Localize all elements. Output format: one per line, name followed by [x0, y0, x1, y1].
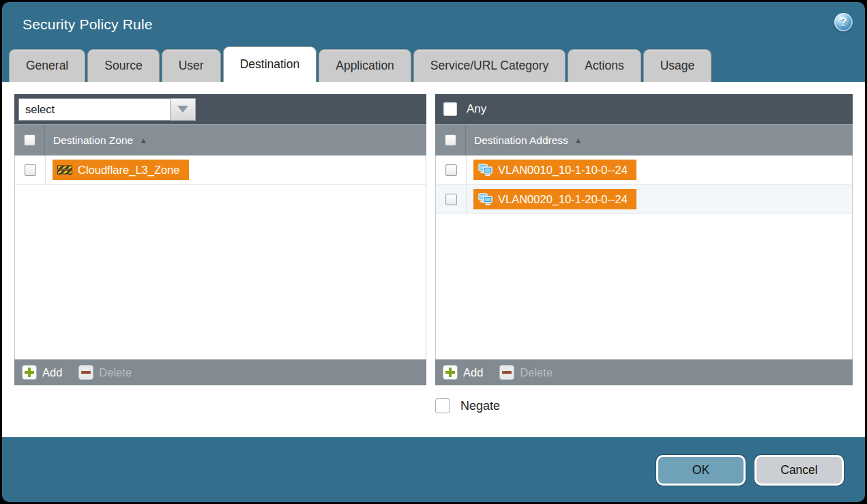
row-checkbox-cell — [436, 155, 467, 184]
add-address-button[interactable]: Add — [443, 365, 483, 380]
tab-label: Usage — [660, 59, 695, 73]
add-label: Add — [42, 366, 62, 379]
dialog-titlebar: Security Policy Rule ? — [2, 2, 865, 46]
address-list: VLAN0010_10-1-10-0--24 VLAN0020_10-1- — [435, 155, 853, 359]
add-zone-button[interactable]: Add — [22, 365, 62, 380]
zone-column-header: Destination Zone ▲ — [14, 124, 426, 155]
network-computers-icon — [478, 193, 493, 206]
list-item: VLAN0020_10-1-20-0--24 — [436, 185, 852, 214]
plus-icon — [22, 365, 37, 380]
minus-icon — [78, 365, 93, 380]
address-column-title[interactable]: Destination Address ▲ — [466, 134, 583, 147]
add-label: Add — [463, 366, 483, 379]
dialog-footer: OK Cancel — [2, 437, 865, 502]
row-checkbox-cell — [15, 155, 46, 184]
tab-usage[interactable]: Usage — [643, 49, 712, 82]
negate-row: Negate — [435, 398, 853, 413]
tab-label: Actions — [585, 59, 623, 73]
zone-panel-header: select — [14, 94, 426, 124]
item-pill[interactable]: Cloudflare_L3_Zone — [53, 160, 189, 180]
tab-label: User — [179, 59, 204, 73]
delete-label: Delete — [520, 366, 553, 379]
tab-general[interactable]: General — [9, 49, 85, 82]
screen-frame: Security Policy Rule ? GeneralSourceUser… — [0, 0, 867, 504]
item-pill[interactable]: VLAN0020_10-1-20-0--24 — [473, 189, 636, 209]
tab-label: Destination — [240, 57, 300, 72]
zone-toolbar: Add Delete — [14, 359, 426, 385]
any-address-checkbox[interactable] — [443, 102, 457, 116]
row-checkbox[interactable] — [25, 164, 36, 176]
negate-checkbox[interactable] — [435, 398, 450, 413]
row-checkbox[interactable] — [445, 164, 457, 176]
tab-label: General — [26, 59, 68, 73]
security-policy-rule-dialog: Security Policy Rule ? GeneralSourceUser… — [2, 2, 865, 502]
destination-tab-content: select Destination Zone ▲ — [2, 82, 865, 437]
delete-zone-button[interactable]: Delete — [78, 365, 132, 380]
zone-column-label: Destination Zone — [53, 134, 133, 147]
address-panel-header: Any — [435, 94, 853, 124]
zone-select[interactable]: select — [18, 98, 196, 121]
minus-icon — [499, 365, 514, 380]
delete-address-button[interactable]: Delete — [499, 365, 553, 380]
tab-label: Source — [104, 59, 142, 73]
zone-select-value[interactable]: select — [18, 98, 170, 121]
tab-label: Application — [336, 59, 394, 73]
destination-address-column: Any Destination Address ▲ — [435, 94, 853, 437]
tab-destination[interactable]: Destination — [223, 46, 317, 82]
item-label: Cloudflare_L3_Zone — [78, 164, 180, 177]
list-item: Cloudflare_L3_Zone — [15, 155, 426, 185]
ok-button[interactable]: OK — [656, 455, 746, 486]
destination-address-panel: Any Destination Address ▲ — [435, 94, 853, 385]
item-pill[interactable]: VLAN0010_10-1-10-0--24 — [473, 160, 636, 180]
tab-source[interactable]: Source — [87, 49, 159, 82]
cancel-button[interactable]: Cancel — [754, 455, 844, 486]
list-item: VLAN0010_10-1-10-0--24 — [436, 155, 852, 185]
address-column-label: Destination Address — [474, 134, 568, 147]
row-checkbox-cell — [436, 185, 467, 213]
plus-icon — [443, 365, 458, 380]
help-icon[interactable]: ? — [834, 13, 853, 31]
row-checkbox[interactable] — [445, 194, 457, 205]
any-label: Any — [467, 102, 486, 116]
address-toolbar: Add Delete — [435, 359, 853, 385]
zone-column-title[interactable]: Destination Zone ▲ — [45, 134, 147, 147]
dialog-title: Security Policy Rule — [23, 16, 153, 33]
sort-ascending-icon: ▲ — [574, 136, 583, 145]
item-label: VLAN0020_10-1-20-0--24 — [498, 193, 628, 206]
zone-select-dropdown-button[interactable] — [170, 98, 196, 121]
item-label: VLAN0010_10-1-10-0--24 — [498, 164, 628, 177]
zone-list: Cloudflare_L3_Zone — [14, 155, 426, 359]
negate-label: Negate — [460, 399, 500, 413]
tab-service-url-category[interactable]: Service/URL Category — [413, 49, 565, 82]
network-computers-icon — [478, 164, 493, 177]
tab-actions[interactable]: Actions — [568, 49, 641, 82]
select-all-addresses-checkbox[interactable] — [445, 134, 456, 146]
chevron-down-icon — [177, 106, 188, 113]
tab-application[interactable]: Application — [319, 49, 411, 82]
delete-label: Delete — [99, 366, 132, 379]
zone-header-checkbox-cell — [14, 125, 45, 155]
tab-bar: GeneralSourceUserDestinationApplicationS… — [2, 46, 865, 82]
destination-zone-panel: select Destination Zone ▲ — [14, 94, 426, 385]
help-glyph: ? — [840, 16, 847, 29]
select-all-zones-checkbox[interactable] — [24, 134, 35, 146]
sort-ascending-icon: ▲ — [139, 136, 147, 145]
zone-barrier-icon — [57, 164, 72, 176]
tab-user[interactable]: User — [162, 49, 221, 82]
tab-label: Service/URL Category — [430, 59, 548, 73]
address-header-checkbox-cell — [435, 125, 466, 155]
address-column-header: Destination Address ▲ — [435, 124, 853, 155]
